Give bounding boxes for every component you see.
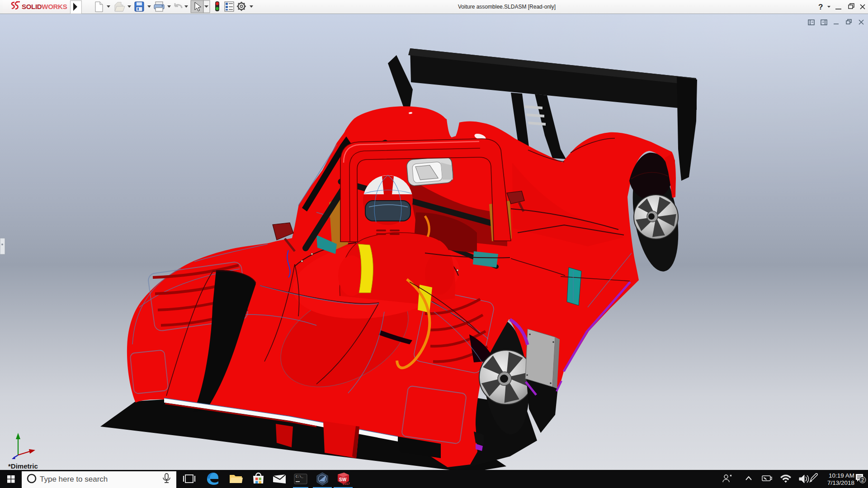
svg-text:SW: SW [339,477,347,482]
svg-text:7/13/2018: 7/13/2018 [827,479,854,486]
svg-text:Type here to search: Type here to search [40,475,108,483]
svg-text:*Dimetric: *Dimetric [8,462,38,470]
svg-text:2: 2 [861,477,864,483]
svg-text:10:19 AM: 10:19 AM [829,472,854,479]
svg-text:SOLIDWORKS: SOLIDWORKS [22,3,67,10]
svg-text:2017: 2017 [343,482,350,485]
svg-text:C:\_: C:\_ [296,475,304,479]
svg-text:?: ? [818,3,823,11]
